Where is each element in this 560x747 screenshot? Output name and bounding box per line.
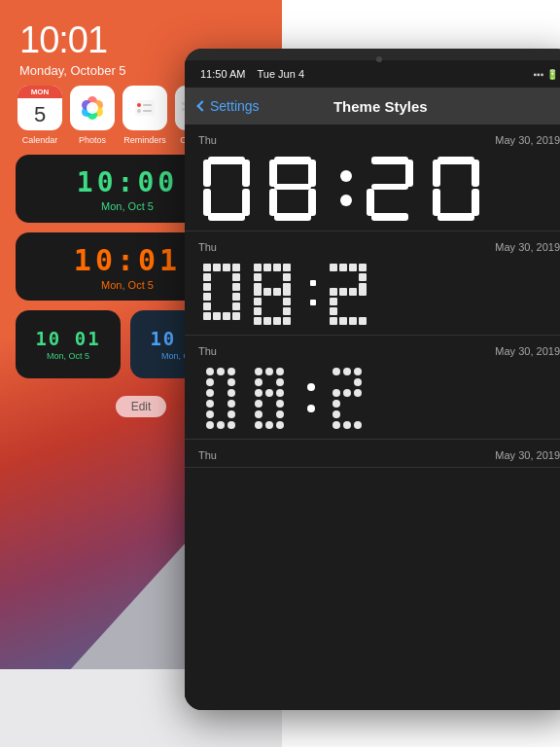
svg-point-10 xyxy=(137,109,141,113)
theme-1-meta: Thu May 30, 2019 xyxy=(198,134,560,146)
tablet-view: 11:50 AM Tue Jun 4 ▪▪▪ 🔋 Settings Theme … xyxy=(185,49,560,710)
edit-button[interactable]: Edit xyxy=(116,396,167,417)
calendar-app-icon[interactable]: MON 5 Calendar xyxy=(18,86,62,145)
widget-1-time: 10:00 xyxy=(77,166,178,198)
svg-point-137 xyxy=(332,421,340,429)
svg-point-130 xyxy=(354,368,362,375)
svg-point-112 xyxy=(265,368,273,375)
svg-rect-96 xyxy=(359,317,367,325)
svg-point-118 xyxy=(276,389,284,397)
theme-row-2[interactable]: Thu May 30, 2019 xyxy=(185,231,560,336)
svg-point-134 xyxy=(343,389,351,397)
widget-1-date: Mon, Oct 5 xyxy=(101,200,154,212)
svg-rect-51 xyxy=(203,293,211,301)
svg-rect-62 xyxy=(283,264,291,271)
calendar-day-label: MON xyxy=(31,88,50,96)
widget-2-time: 10:01 xyxy=(74,243,181,277)
svg-point-31 xyxy=(340,195,352,206)
svg-point-99 xyxy=(228,368,235,375)
theme-row-1[interactable]: Thu May 30, 2019 xyxy=(185,124,560,231)
svg-point-106 xyxy=(206,410,214,418)
tablet-status-bar: 11:50 AM Tue Jun 4 ▪▪▪ 🔋 xyxy=(185,60,560,88)
back-to-settings-button[interactable]: Settings xyxy=(198,98,260,114)
svg-rect-21 xyxy=(242,189,250,216)
svg-rect-18 xyxy=(203,160,211,187)
tablet-camera xyxy=(376,56,382,62)
svg-point-116 xyxy=(255,389,262,397)
svg-point-120 xyxy=(276,400,284,408)
svg-point-105 xyxy=(228,400,235,408)
svg-rect-53 xyxy=(203,302,211,310)
svg-rect-79 xyxy=(310,280,316,286)
theme-2-clock xyxy=(198,259,560,329)
svg-rect-73 xyxy=(254,307,262,315)
tablet-signal-icons: ▪▪▪ 🔋 xyxy=(534,69,558,80)
svg-point-126 xyxy=(307,383,315,391)
svg-point-115 xyxy=(276,378,284,386)
svg-rect-39 xyxy=(472,160,479,187)
svg-rect-88 xyxy=(339,288,347,296)
svg-rect-37 xyxy=(438,157,474,164)
svg-rect-68 xyxy=(263,288,271,296)
svg-rect-50 xyxy=(232,283,240,291)
svg-point-102 xyxy=(206,389,214,397)
svg-rect-61 xyxy=(273,264,281,271)
svg-rect-84 xyxy=(359,264,367,271)
svg-point-136 xyxy=(332,410,340,418)
svg-rect-95 xyxy=(349,317,357,325)
calendar-app-label: Calendar xyxy=(22,135,58,145)
svg-rect-57 xyxy=(223,312,230,320)
svg-point-139 xyxy=(354,421,362,429)
svg-rect-92 xyxy=(330,307,337,315)
svg-rect-9 xyxy=(143,104,152,106)
theme-3-clock-svg xyxy=(198,363,490,433)
svg-rect-26 xyxy=(274,184,311,190)
widget-3-date: Mon, Oct 5 xyxy=(47,351,89,361)
svg-rect-33 xyxy=(405,160,413,187)
svg-rect-41 xyxy=(472,189,479,216)
svg-point-124 xyxy=(265,421,273,429)
widget-3[interactable]: 10 01 Mon, Oct 5 xyxy=(16,310,121,378)
reminders-app-icon[interactable]: Reminders xyxy=(122,86,167,145)
svg-rect-49 xyxy=(203,283,211,291)
svg-point-131 xyxy=(354,378,362,386)
theme-1-clock xyxy=(198,152,560,225)
svg-rect-70 xyxy=(283,288,291,296)
svg-point-132 xyxy=(354,389,362,397)
svg-rect-42 xyxy=(438,213,474,221)
svg-point-135 xyxy=(332,400,340,408)
svg-rect-52 xyxy=(232,293,240,301)
theme-row-3[interactable]: Thu May 30, 2019 xyxy=(185,336,560,440)
svg-point-114 xyxy=(255,378,262,386)
svg-rect-80 xyxy=(310,300,316,305)
svg-point-125 xyxy=(276,421,284,429)
theme-3-day: Thu xyxy=(198,345,217,357)
svg-point-110 xyxy=(228,421,235,429)
svg-point-121 xyxy=(255,410,262,418)
svg-rect-56 xyxy=(213,312,221,320)
photos-icon-svg xyxy=(77,92,108,124)
theme-1-clock-svg xyxy=(198,152,509,225)
svg-point-98 xyxy=(217,368,225,375)
svg-rect-32 xyxy=(371,157,408,164)
svg-rect-55 xyxy=(203,312,211,320)
svg-rect-19 xyxy=(242,160,250,187)
theme-3-clock xyxy=(198,363,560,433)
svg-point-101 xyxy=(228,378,235,386)
svg-rect-25 xyxy=(308,160,316,187)
svg-rect-24 xyxy=(269,160,277,187)
svg-rect-71 xyxy=(254,298,262,305)
svg-rect-11 xyxy=(143,110,152,112)
svg-point-119 xyxy=(255,400,262,408)
svg-point-107 xyxy=(228,410,235,418)
svg-rect-76 xyxy=(263,317,271,325)
theme-2-day: Thu xyxy=(198,241,217,253)
svg-point-109 xyxy=(217,421,225,429)
theme-row-4[interactable]: Thu May 30, 2019 xyxy=(185,440,560,468)
svg-point-30 xyxy=(340,170,352,182)
svg-rect-81 xyxy=(330,264,337,271)
svg-point-111 xyxy=(255,368,262,375)
svg-rect-67 xyxy=(254,288,262,296)
svg-rect-58 xyxy=(232,312,240,320)
photos-app-icon[interactable]: Photos xyxy=(70,86,115,145)
